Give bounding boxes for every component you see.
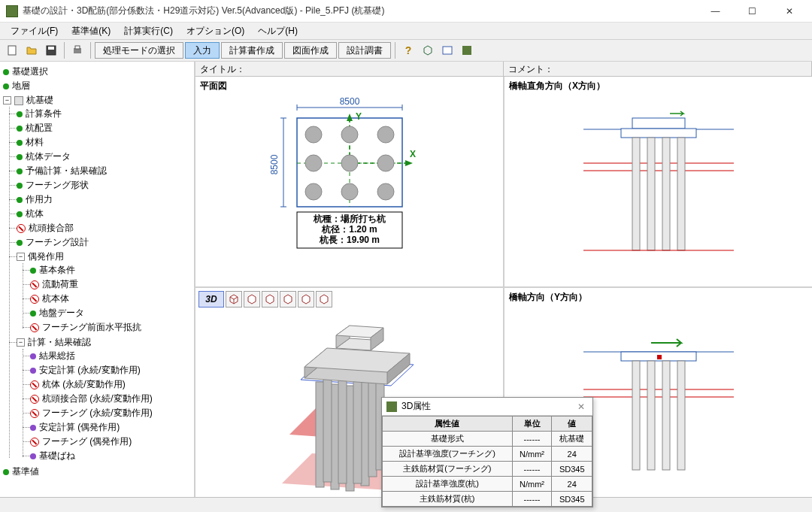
svg-rect-2 — [48, 47, 54, 50]
cube-left-button[interactable] — [262, 291, 278, 308]
tree-basic-cond[interactable]: 基本条件 — [30, 264, 191, 277]
app-icon — [6, 5, 18, 17]
save-file-button[interactable] — [42, 41, 60, 59]
tree-material[interactable]: 材料 — [17, 136, 191, 149]
tree-stratum[interactable]: 地層 — [3, 80, 191, 92]
open-file-button[interactable] — [23, 41, 41, 59]
settings-tool-button[interactable] — [458, 41, 476, 59]
tree-foundation-spring[interactable]: 基礎ばね — [30, 450, 191, 462]
tree-force[interactable]: 作用力 — [17, 193, 191, 206]
tree-stability-perm[interactable]: 安定計算 (永続/変動作用) — [30, 364, 191, 377]
cube-tool-button[interactable] — [419, 41, 437, 59]
svg-rect-74 — [662, 361, 670, 470]
tree-pile-main[interactable]: 杭本体 — [30, 292, 191, 305]
content-header: タイトル： コメント： — [195, 62, 812, 77]
cube-right-button[interactable] — [280, 291, 296, 308]
svg-rect-5 — [443, 47, 452, 54]
print-button[interactable] — [68, 41, 86, 59]
cube-bottom-button[interactable] — [316, 291, 332, 308]
tree-precalc[interactable]: 予備計算・結果確認 — [17, 165, 191, 177]
mode-designbook-button[interactable]: 設計調書 — [338, 42, 391, 59]
svg-text:X: X — [410, 149, 416, 159]
minimize-button[interactable]: ― — [698, 1, 732, 22]
help-button[interactable]: ? — [399, 41, 417, 59]
svg-point-26 — [377, 126, 394, 143]
svg-text:8500: 8500 — [339, 96, 359, 107]
svg-text:杭長：19.90 m: 杭長：19.90 m — [318, 235, 379, 245]
mode-input-button[interactable]: 入力 — [185, 42, 220, 59]
menu-file[interactable]: ファイル(F) — [5, 23, 64, 39]
tree-footing-shape[interactable]: フーチング形状 — [17, 179, 191, 192]
tree-calc-result[interactable]: −計算・結果確認 — [17, 336, 191, 349]
svg-rect-72 — [632, 361, 640, 470]
svg-rect-42 — [632, 138, 640, 250]
menu-help[interactable]: ヘルプ(H) — [252, 23, 304, 39]
dialog-close-button[interactable]: ✕ — [574, 401, 588, 412]
tree-summary[interactable]: 結果総括 — [30, 350, 191, 362]
tree-pile-foundation[interactable]: −杭基礎 — [3, 94, 191, 107]
svg-rect-53 — [361, 382, 369, 486]
menu-calc[interactable]: 計算実行(C) — [118, 23, 179, 39]
svg-text:杭種：場所打ち杭: 杭種：場所打ち杭 — [313, 214, 386, 224]
mode-calcdoc-button[interactable]: 計算書作成 — [221, 42, 283, 59]
svg-point-25 — [341, 126, 358, 143]
menu-standard[interactable]: 基準値(K) — [65, 23, 117, 39]
svg-rect-50 — [316, 382, 324, 487]
tree-foundation-select[interactable]: 基礎選択 — [3, 65, 191, 78]
tree-incidental[interactable]: −偶発作用 — [17, 250, 191, 263]
tree-front-resist[interactable]: フーチング前面水平抵抗 — [30, 321, 191, 334]
svg-rect-57 — [368, 375, 377, 477]
plan-view-panel: 平面図 8500 8500 Y — [195, 77, 503, 286]
mode-drawing-button[interactable]: 図面作成 — [284, 42, 337, 59]
svg-point-32 — [377, 183, 394, 200]
new-file-button[interactable] — [3, 41, 21, 59]
svg-rect-69 — [657, 355, 662, 359]
svg-text:Y: Y — [356, 111, 362, 122]
svg-rect-0 — [8, 46, 16, 55]
svg-rect-54 — [323, 377, 332, 482]
svg-point-27 — [305, 155, 322, 171]
property-table: 属性値単位値 基礎形式------杭基礎 設計基準強度(フーチング)N/mm²2… — [382, 416, 592, 507]
tree-stability-inc[interactable]: 安定計算 (偶発作用) — [30, 421, 191, 434]
3d-property-dialog[interactable]: 3D属性 ✕ 属性値単位値 基礎形式------杭基礎 設計基準強度(フーチング… — [381, 397, 593, 507]
tree-pile-arrange[interactable]: 杭配置 — [17, 122, 191, 135]
svg-point-31 — [341, 183, 358, 200]
tree-pile-body[interactable]: 杭体 — [17, 208, 191, 220]
svg-rect-51 — [331, 384, 339, 489]
title-label: タイトル： — [195, 62, 504, 76]
menu-option[interactable]: オプション(O) — [180, 23, 250, 39]
tree-pile-head-perm[interactable]: 杭頭接合部 (永続/変動作用) — [30, 392, 191, 405]
comment-label: コメント： — [504, 62, 812, 76]
3d-view-button[interactable]: 3D — [198, 291, 224, 308]
svg-rect-44 — [662, 138, 670, 250]
close-button[interactable]: ✕ — [772, 1, 806, 22]
window-title: 基礎の設計・3D配筋(部分係数法・H29道示対応) Ver.5(Advanced… — [23, 5, 698, 17]
titlebar: 基礎の設計・3D配筋(部分係数法・H29道示対応) Ver.5(Advanced… — [0, 0, 812, 23]
toolbar: 処理モードの選択 入力 計算書作成 図面作成 設計調書 ? — [0, 39, 812, 62]
svg-text:杭径：1.20 m: 杭径：1.20 m — [321, 224, 377, 235]
window-tool-button[interactable] — [438, 41, 456, 59]
tree-flow-load[interactable]: 流動荷重 — [30, 278, 191, 291]
svg-rect-73 — [647, 361, 655, 470]
svg-rect-55 — [338, 378, 347, 483]
cube-back-button[interactable] — [244, 291, 260, 308]
tree-footing-design[interactable]: フーチング設計 — [17, 236, 191, 249]
navigation-tree: 基礎選択 地層 −杭基礎 計算条件 杭配置 材料 杭体データ 予備計算・結果確認… — [0, 62, 195, 497]
tree-ground-data[interactable]: 地盤データ — [30, 307, 191, 320]
tree-standard-val[interactable]: 基準値 — [3, 465, 191, 478]
tree-footing-inc[interactable]: フーチング (偶発作用) — [30, 435, 191, 448]
tree-pile-head[interactable]: 杭頭接合部 — [17, 222, 191, 235]
tree-pile-perm[interactable]: 杭体 (永続/変動作用) — [30, 378, 191, 391]
tree-footing-perm[interactable]: フーチング (永続/変動作用) — [30, 407, 191, 420]
tree-calc-cond[interactable]: 計算条件 — [17, 108, 191, 120]
cube-front-button[interactable] — [226, 291, 242, 308]
svg-point-29 — [377, 155, 394, 171]
x-direction-title: 橋軸直角方向（X方向） — [504, 77, 812, 95]
maximize-button[interactable]: ☐ — [735, 1, 769, 22]
svg-rect-45 — [677, 138, 685, 250]
svg-rect-39 — [621, 129, 696, 138]
plan-diagram: 8500 8500 Y X — [252, 95, 447, 253]
tree-pile-data[interactable]: 杭体データ — [17, 150, 191, 163]
x-direction-diagram — [561, 111, 756, 261]
cube-top-button[interactable] — [298, 291, 314, 308]
